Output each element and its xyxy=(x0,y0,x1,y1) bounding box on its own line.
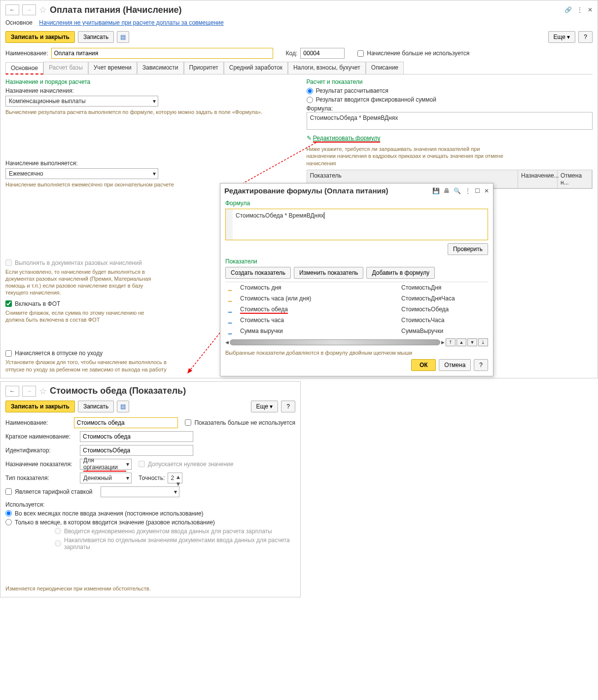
formula-label: Формула: xyxy=(307,105,593,112)
scroll-up-button[interactable]: ▲ xyxy=(457,338,466,346)
not-used-checkbox[interactable] xyxy=(357,50,364,57)
sub-nav-main[interactable]: Основное xyxy=(5,19,33,26)
pencil-icon: ✎ xyxy=(307,135,312,142)
indicator-row: ⎯Сумма выручкиСуммаВыручки xyxy=(225,326,488,336)
ind-name-label: Наименование: xyxy=(5,419,71,426)
spin-up-icon[interactable]: ▲ xyxy=(176,474,181,480)
list-button[interactable]: ▤ xyxy=(117,401,129,412)
name-row: Наименование: Код: Начисление больше не … xyxy=(5,48,593,59)
chevron-down-icon: ▾ xyxy=(126,475,129,481)
tab-base[interactable]: Расчет базы xyxy=(43,62,88,74)
maximize-icon[interactable]: ☐ xyxy=(475,187,480,194)
purpose-select[interactable]: Компенсационные выплаты▾ xyxy=(5,96,158,107)
close-icon[interactable]: ✕ xyxy=(588,6,593,13)
more-button[interactable]: Еще ▾ xyxy=(251,401,279,412)
tabs: Основное Расчет базы Учет времени Зависи… xyxy=(5,62,593,74)
leave-checkbox[interactable] xyxy=(5,350,12,357)
list-button[interactable]: ▤ xyxy=(117,31,129,43)
exec-select[interactable]: Ежемесячно▾ xyxy=(5,168,158,179)
sub-nav-link[interactable]: Начисления не учитываемые при расчете до… xyxy=(39,19,223,26)
indicator-row: ⎯Стоимость дняСтоимостьДня xyxy=(225,282,488,293)
precision-input[interactable]: 2 ▲▼ xyxy=(168,473,182,483)
indicator-title-bar: ← → ☆ Стоимость обеда (Показатель) xyxy=(5,386,295,397)
usage-once-label: Только в месяце, в котором вводится знач… xyxy=(15,519,215,526)
help-button[interactable]: ? xyxy=(578,31,593,43)
save-button[interactable]: Записать xyxy=(78,401,114,412)
usage-all-radio[interactable] xyxy=(5,510,12,516)
help-button[interactable]: ? xyxy=(281,401,295,412)
purpose-label: Назначение начисления: xyxy=(5,87,292,94)
nav-forward-button[interactable]: → xyxy=(22,4,36,15)
scroll-home-button[interactable]: ⤒ xyxy=(446,338,456,346)
ok-button[interactable]: ОК xyxy=(411,359,436,371)
print-icon[interactable]: 🖶 xyxy=(444,187,450,194)
scroll-end-button[interactable]: ⤓ xyxy=(478,338,488,346)
formula-textarea[interactable]: СтоимостьОбеда * ВремяВДнях​ xyxy=(225,209,488,240)
edit-formula-link[interactable]: Редактировать формулу xyxy=(313,135,381,143)
tab-priority[interactable]: Приоритет xyxy=(184,62,224,74)
sec-indicators: Показатели xyxy=(225,258,488,265)
fot-checkbox[interactable] xyxy=(5,300,12,307)
purpose-select[interactable]: Для организации▾ xyxy=(80,459,132,470)
menu-icon[interactable]: ⋮ xyxy=(465,187,471,194)
name-input[interactable] xyxy=(51,48,273,59)
star-icon[interactable]: ☆ xyxy=(39,386,47,397)
close-icon[interactable]: ✕ xyxy=(484,187,489,194)
save-button[interactable]: Записать xyxy=(78,31,114,43)
tab-desc[interactable]: Описание xyxy=(366,62,404,74)
indicator-row: ⎯Стоимость часа (или дня)СтоимостьДняЧас… xyxy=(225,293,488,304)
usage-once-radio[interactable] xyxy=(5,519,12,525)
th-cancel[interactable]: Отмена н... xyxy=(558,170,592,188)
save-icon[interactable]: 💾 xyxy=(432,187,440,194)
scroll-down-button[interactable]: ▼ xyxy=(467,338,477,346)
more-button[interactable]: Еще ▾ xyxy=(548,31,576,43)
tab-deps[interactable]: Зависимости xyxy=(137,62,184,74)
short-input[interactable] xyxy=(80,431,193,442)
tab-time[interactable]: Учет времени xyxy=(88,62,137,74)
save-close-button[interactable]: Записать и закрыть xyxy=(5,401,75,412)
usage-sub1-radio xyxy=(55,528,61,534)
th-purpose[interactable]: Назначение... xyxy=(518,170,558,188)
indicator-window: ← → ☆ Стоимость обеда (Показатель) Запис… xyxy=(0,381,301,597)
create-indicator-button[interactable]: Создать показатель xyxy=(225,267,291,279)
tariff-checkbox[interactable] xyxy=(5,488,12,495)
edit-indicator-button[interactable]: Изменить показатель xyxy=(294,267,364,279)
indicators-list[interactable]: ⎯Стоимость дняСтоимостьДня ⎯Стоимость ча… xyxy=(225,282,488,336)
nav-forward-button[interactable]: → xyxy=(22,386,36,397)
ind-name-input[interactable] xyxy=(74,417,178,428)
code-input[interactable] xyxy=(300,48,345,59)
ident-input[interactable] xyxy=(80,445,193,456)
list-scrollbar[interactable]: ◀ ▶ ⤒ ▲ ▼ ⤓ xyxy=(225,338,488,346)
editor-hint: Выбранные показатели добавляются в форму… xyxy=(225,349,488,356)
star-icon[interactable]: ☆ xyxy=(39,4,47,15)
usage-sub2-label: Накапливается по отдельным значениям док… xyxy=(64,537,295,551)
spin-down-icon[interactable]: ▼ xyxy=(176,480,181,487)
chevron-down-icon: ▾ xyxy=(174,488,177,495)
nav-back-button[interactable]: ← xyxy=(5,4,19,15)
add-to-formula-button[interactable]: Добавить в формулу xyxy=(366,267,434,279)
check-button[interactable]: Проверить xyxy=(448,243,488,255)
result-calc-radio[interactable] xyxy=(307,88,313,94)
tariff-select[interactable]: ▾ xyxy=(101,486,179,497)
type-label: Тип показателя: xyxy=(5,475,77,481)
sec-formula: Формула xyxy=(225,200,488,207)
menu-icon[interactable]: ⋮ xyxy=(577,6,583,13)
hint-formula: Вычисление результата расчета выполняетс… xyxy=(5,109,292,115)
indicator-toolbar: Записать и закрыть Записать ▤ Еще ▾ ? xyxy=(5,401,295,412)
tab-avg[interactable]: Средний заработок xyxy=(224,62,288,74)
chevron-down-icon: ▾ xyxy=(153,170,156,177)
tab-tax[interactable]: Налоги, взносы, бухучет xyxy=(288,62,366,74)
once-checkbox xyxy=(5,259,12,266)
help-button[interactable]: ? xyxy=(474,359,488,371)
type-select[interactable]: Денежный▾ xyxy=(80,473,132,483)
cancel-button[interactable]: Отмена xyxy=(439,359,471,371)
preview-icon[interactable]: 🔍 xyxy=(454,187,461,194)
not-used-label: Начисление больше не используется xyxy=(367,50,469,57)
ind-not-used-checkbox[interactable] xyxy=(185,419,191,426)
nav-back-button[interactable]: ← xyxy=(5,386,19,397)
save-close-button[interactable]: Записать и закрыть xyxy=(5,31,75,43)
link-icon[interactable]: 🔗 xyxy=(564,6,572,13)
tab-main[interactable]: Основное xyxy=(5,62,43,74)
result-fixed-radio[interactable] xyxy=(307,97,313,103)
indicator-footer-hint: Изменяется периодически при изменении об… xyxy=(5,585,295,592)
